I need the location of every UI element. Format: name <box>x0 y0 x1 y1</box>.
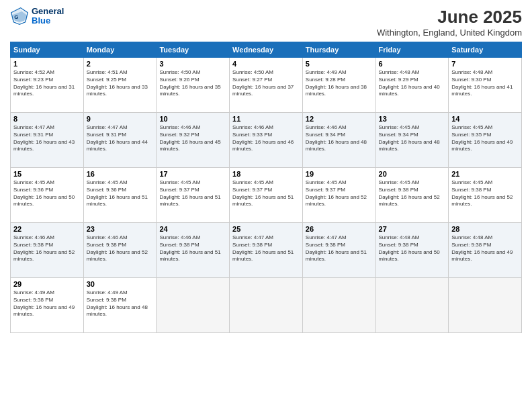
day-number: 13 <box>379 115 446 123</box>
calendar-cell: 8Sunrise: 4:47 AM Sunset: 9:31 PM Daylig… <box>11 113 84 168</box>
calendar-week-row: 29Sunrise: 4:49 AM Sunset: 9:38 PM Dayli… <box>11 278 522 333</box>
calendar-cell <box>375 278 449 333</box>
cell-info: Sunrise: 4:47 AM Sunset: 9:31 PM Dayligh… <box>13 124 81 153</box>
page-title: June 2025 <box>377 7 522 28</box>
calendar-cell: 16Sunrise: 4:45 AM Sunset: 9:36 PM Dayli… <box>83 168 157 223</box>
day-number: 18 <box>232 170 300 178</box>
calendar-cell: 14Sunrise: 4:45 AM Sunset: 9:35 PM Dayli… <box>449 113 522 168</box>
cell-info: Sunrise: 4:46 AM Sunset: 9:32 PM Dayligh… <box>159 124 226 153</box>
calendar-cell: 26Sunrise: 4:47 AM Sunset: 9:38 PM Dayli… <box>302 223 375 278</box>
day-number: 7 <box>451 60 519 68</box>
calendar-cell: 30Sunrise: 4:49 AM Sunset: 9:38 PM Dayli… <box>83 278 157 333</box>
day-number: 4 <box>232 60 300 68</box>
calendar-cell <box>302 278 375 333</box>
cell-info: Sunrise: 4:48 AM Sunset: 9:38 PM Dayligh… <box>451 234 519 263</box>
day-number: 28 <box>451 225 519 233</box>
cell-info: Sunrise: 4:48 AM Sunset: 9:30 PM Dayligh… <box>451 69 519 98</box>
calendar-cell: 21Sunrise: 4:45 AM Sunset: 9:38 PM Dayli… <box>449 168 522 223</box>
cell-info: Sunrise: 4:46 AM Sunset: 9:38 PM Dayligh… <box>87 234 154 263</box>
day-number: 1 <box>13 60 81 68</box>
cell-info: Sunrise: 4:46 AM Sunset: 9:34 PM Dayligh… <box>306 124 373 153</box>
day-number: 27 <box>379 225 446 233</box>
cell-info: Sunrise: 4:52 AM Sunset: 9:23 PM Dayligh… <box>13 69 81 98</box>
calendar-cell: 3Sunrise: 4:50 AM Sunset: 9:26 PM Daylig… <box>157 58 230 113</box>
cell-info: Sunrise: 4:47 AM Sunset: 9:31 PM Dayligh… <box>87 124 154 153</box>
cell-info: Sunrise: 4:47 AM Sunset: 9:38 PM Dayligh… <box>232 234 300 263</box>
cell-info: Sunrise: 4:45 AM Sunset: 9:38 PM Dayligh… <box>379 179 446 208</box>
day-number: 24 <box>159 225 226 233</box>
calendar-cell: 23Sunrise: 4:46 AM Sunset: 9:38 PM Dayli… <box>83 223 157 278</box>
day-number: 10 <box>159 115 226 123</box>
cell-info: Sunrise: 4:49 AM Sunset: 9:38 PM Dayligh… <box>13 289 81 318</box>
page-subtitle: Withington, England, United Kingdom <box>377 28 522 38</box>
calendar-table: SundayMondayTuesdayWednesdayThursdayFrid… <box>10 42 522 333</box>
cell-info: Sunrise: 4:46 AM Sunset: 9:33 PM Dayligh… <box>232 124 300 153</box>
day-number: 8 <box>13 115 81 123</box>
day-number: 9 <box>87 115 154 123</box>
day-number: 15 <box>13 170 81 178</box>
calendar-week-row: 15Sunrise: 4:45 AM Sunset: 9:36 PM Dayli… <box>11 168 522 223</box>
calendar-cell: 6Sunrise: 4:48 AM Sunset: 9:29 PM Daylig… <box>375 58 449 113</box>
cell-info: Sunrise: 4:45 AM Sunset: 9:38 PM Dayligh… <box>451 179 519 208</box>
cell-info: Sunrise: 4:45 AM Sunset: 9:35 PM Dayligh… <box>451 124 519 153</box>
day-number: 12 <box>306 115 373 123</box>
calendar-cell: 4Sunrise: 4:50 AM Sunset: 9:27 PM Daylig… <box>230 58 303 113</box>
day-number: 3 <box>159 60 226 68</box>
calendar-week-row: 8Sunrise: 4:47 AM Sunset: 9:31 PM Daylig… <box>11 113 522 168</box>
day-number: 2 <box>87 60 154 68</box>
svg-text:G: G <box>14 14 18 20</box>
page-header: G General Blue June 2025 Withington, Eng… <box>10 7 522 38</box>
logo-text: General Blue <box>32 7 64 26</box>
calendar-cell: 20Sunrise: 4:45 AM Sunset: 9:38 PM Dayli… <box>375 168 449 223</box>
col-header-sunday: Sunday <box>11 42 84 58</box>
calendar-cell: 19Sunrise: 4:45 AM Sunset: 9:37 PM Dayli… <box>302 168 375 223</box>
logo: G General Blue <box>10 7 64 26</box>
calendar-cell <box>230 278 303 333</box>
day-number: 26 <box>306 225 373 233</box>
cell-info: Sunrise: 4:50 AM Sunset: 9:27 PM Dayligh… <box>232 69 300 98</box>
calendar-cell <box>157 278 230 333</box>
calendar-week-row: 22Sunrise: 4:46 AM Sunset: 9:38 PM Dayli… <box>11 223 522 278</box>
col-header-wednesday: Wednesday <box>230 42 303 58</box>
calendar-cell: 7Sunrise: 4:48 AM Sunset: 9:30 PM Daylig… <box>449 58 522 113</box>
cell-info: Sunrise: 4:45 AM Sunset: 9:34 PM Dayligh… <box>379 124 446 153</box>
calendar-cell: 10Sunrise: 4:46 AM Sunset: 9:32 PM Dayli… <box>157 113 230 168</box>
day-number: 16 <box>87 170 154 178</box>
cell-info: Sunrise: 4:46 AM Sunset: 9:38 PM Dayligh… <box>13 234 81 263</box>
day-number: 21 <box>451 170 519 178</box>
calendar-cell: 12Sunrise: 4:46 AM Sunset: 9:34 PM Dayli… <box>302 113 375 168</box>
day-number: 6 <box>379 60 446 68</box>
day-number: 19 <box>306 170 373 178</box>
day-number: 5 <box>306 60 373 68</box>
cell-info: Sunrise: 4:46 AM Sunset: 9:38 PM Dayligh… <box>159 234 226 263</box>
col-header-monday: Monday <box>83 42 157 58</box>
calendar-cell: 5Sunrise: 4:49 AM Sunset: 9:28 PM Daylig… <box>302 58 375 113</box>
calendar-cell: 11Sunrise: 4:46 AM Sunset: 9:33 PM Dayli… <box>230 113 303 168</box>
day-number: 25 <box>232 225 300 233</box>
cell-info: Sunrise: 4:45 AM Sunset: 9:37 PM Dayligh… <box>232 179 300 208</box>
col-header-saturday: Saturday <box>449 42 522 58</box>
cell-info: Sunrise: 4:48 AM Sunset: 9:29 PM Dayligh… <box>379 69 446 98</box>
logo-icon: G <box>10 7 29 26</box>
cell-info: Sunrise: 4:49 AM Sunset: 9:38 PM Dayligh… <box>87 289 154 318</box>
cell-info: Sunrise: 4:45 AM Sunset: 9:37 PM Dayligh… <box>159 179 226 208</box>
calendar-cell: 18Sunrise: 4:45 AM Sunset: 9:37 PM Dayli… <box>230 168 303 223</box>
day-number: 30 <box>87 280 154 288</box>
col-header-friday: Friday <box>375 42 449 58</box>
calendar-cell: 24Sunrise: 4:46 AM Sunset: 9:38 PM Dayli… <box>157 223 230 278</box>
cell-info: Sunrise: 4:51 AM Sunset: 9:25 PM Dayligh… <box>87 69 154 98</box>
calendar-cell: 28Sunrise: 4:48 AM Sunset: 9:38 PM Dayli… <box>449 223 522 278</box>
day-number: 11 <box>232 115 300 123</box>
calendar-cell: 25Sunrise: 4:47 AM Sunset: 9:38 PM Dayli… <box>230 223 303 278</box>
cell-info: Sunrise: 4:50 AM Sunset: 9:26 PM Dayligh… <box>159 69 226 98</box>
col-header-tuesday: Tuesday <box>157 42 230 58</box>
cell-info: Sunrise: 4:45 AM Sunset: 9:36 PM Dayligh… <box>87 179 154 208</box>
calendar-cell: 29Sunrise: 4:49 AM Sunset: 9:38 PM Dayli… <box>11 278 84 333</box>
calendar-cell: 27Sunrise: 4:48 AM Sunset: 9:38 PM Dayli… <box>375 223 449 278</box>
calendar-cell: 17Sunrise: 4:45 AM Sunset: 9:37 PM Dayli… <box>157 168 230 223</box>
title-block: June 2025 Withington, England, United Ki… <box>377 7 522 38</box>
day-number: 17 <box>159 170 226 178</box>
calendar-cell: 1Sunrise: 4:52 AM Sunset: 9:23 PM Daylig… <box>11 58 84 113</box>
day-number: 20 <box>379 170 446 178</box>
cell-info: Sunrise: 4:48 AM Sunset: 9:38 PM Dayligh… <box>379 234 446 263</box>
